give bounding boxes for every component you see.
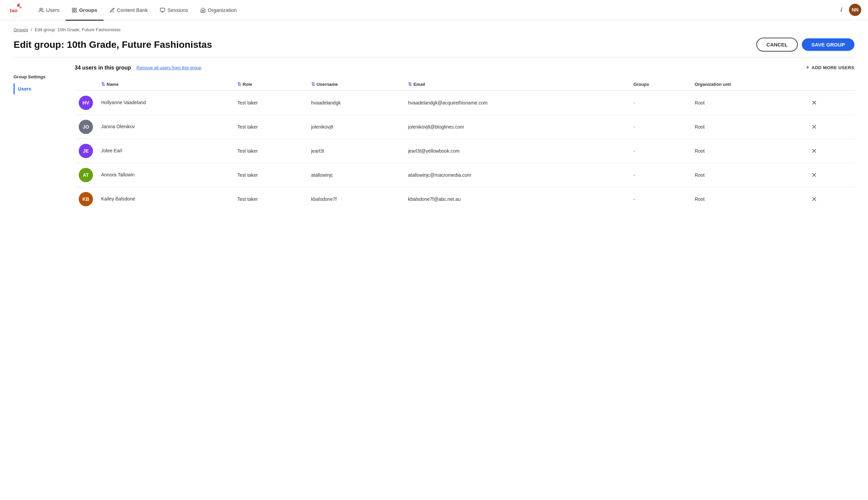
user-email-3: atallowinjc@macromedia.com xyxy=(404,163,629,187)
svg-rect-9 xyxy=(75,11,77,12)
close-icon: ✕ xyxy=(811,171,817,179)
user-avatar-4: KB xyxy=(79,192,93,206)
user-name-2: Jolee Earl xyxy=(97,139,233,163)
logo[interactable]: tao xyxy=(7,2,22,18)
user-email-0: hvaadelandgk@acquirethisname.com xyxy=(404,91,629,115)
table-head: ⇅ Name ⇅ Role ⇅ xyxy=(75,78,854,91)
remove-user-button-3[interactable]: ✕ xyxy=(809,170,820,181)
user-name-0: Hollyanne Vaadeland xyxy=(97,91,233,115)
users-count: 34 users in this group xyxy=(75,65,131,71)
sort-icon-username: ⇅ xyxy=(311,81,315,87)
nav-items: Users Groups Content Bank Sessions Organ… xyxy=(33,0,830,20)
close-icon: ✕ xyxy=(811,147,817,155)
th-name[interactable]: ⇅ Name xyxy=(97,78,233,91)
close-icon: ✕ xyxy=(811,195,817,203)
save-group-button[interactable]: SAVE GROUP xyxy=(802,38,854,51)
th-email[interactable]: ⇅ Email xyxy=(404,78,629,91)
user-email-4: kbalsdone7f@abc.net.au xyxy=(404,187,629,211)
user-avatar-cell-0: HV xyxy=(75,91,97,115)
user-remove-cell-1: ✕ xyxy=(804,115,854,139)
close-icon: ✕ xyxy=(811,123,817,130)
nav-item-content-bank[interactable]: Content Bank xyxy=(103,0,154,21)
user-username-0: hvaadelandgk xyxy=(307,91,404,115)
logo-icon: tao xyxy=(7,2,22,18)
user-org-unit-1: Root xyxy=(690,115,804,139)
groups-icon xyxy=(71,8,77,13)
user-username-1: jolenikovj8 xyxy=(307,115,404,139)
info-icon[interactable]: i xyxy=(841,7,842,14)
svg-rect-8 xyxy=(72,11,74,12)
user-remove-cell-4: ✕ xyxy=(804,187,854,211)
sort-icon-name: ⇅ xyxy=(101,81,105,87)
remove-user-button-1[interactable]: ✕ xyxy=(809,122,820,132)
users-tbody: HV Hollyanne Vaadeland Test taker hvaade… xyxy=(75,91,854,211)
remove-all-link[interactable]: Remove all users from this group xyxy=(136,65,201,70)
page-header: Edit group: 10th Grade, Future Fashionis… xyxy=(14,38,854,57)
svg-rect-7 xyxy=(75,8,77,10)
remove-user-button-2[interactable]: ✕ xyxy=(809,146,820,156)
user-org-unit-4: Root xyxy=(690,187,804,211)
add-users-button[interactable]: + ADD MORE USERS xyxy=(806,64,854,71)
sidebar-users-label: Users xyxy=(18,86,31,92)
remove-user-button-0[interactable]: ✕ xyxy=(809,97,820,108)
breadcrumb-current: Edit group: 10th Grade, Future Fashionis… xyxy=(35,27,121,32)
user-avatar-3: AT xyxy=(79,168,93,182)
sidebar: Group Settings Users xyxy=(14,64,68,211)
header-actions: CANCEL SAVE GROUP xyxy=(756,38,854,52)
org-icon xyxy=(200,8,206,13)
user-avatar-cell-3: AT xyxy=(75,163,97,187)
table-header-row: ⇅ Name ⇅ Role ⇅ xyxy=(75,78,854,91)
breadcrumb-separator: / xyxy=(31,27,32,32)
sidebar-section-title: Group Settings xyxy=(14,74,68,79)
user-groups-4: - xyxy=(630,187,690,211)
user-role-3: Test taker xyxy=(233,163,307,187)
user-org-unit-2: Root xyxy=(690,139,804,163)
user-name-3: Annora Tallowin xyxy=(97,163,233,187)
user-avatar-cell-1: JO xyxy=(75,115,97,139)
svg-point-3 xyxy=(19,7,21,9)
top-nav: tao Users Groups Content Bank Sessions O… xyxy=(0,0,868,20)
sidebar-item-users[interactable]: Users xyxy=(14,83,68,94)
th-username[interactable]: ⇅ Username xyxy=(307,78,404,91)
nav-item-users[interactable]: Users xyxy=(33,0,66,21)
user-avatar[interactable]: NN xyxy=(849,4,861,16)
user-role-0: Test taker xyxy=(233,91,307,115)
user-remove-cell-3: ✕ xyxy=(804,163,854,187)
user-avatar-0: HV xyxy=(79,96,93,110)
main-content: Groups / Edit group: 10th Grade, Future … xyxy=(0,20,868,218)
user-name-1: Janina Olenikov xyxy=(97,115,233,139)
svg-rect-10 xyxy=(160,8,165,11)
table-row: AT Annora Tallowin Test taker atallowinj… xyxy=(75,163,854,187)
svg-text:tao: tao xyxy=(10,8,18,13)
add-users-label: ADD MORE USERS xyxy=(812,65,854,70)
user-groups-2: - xyxy=(630,139,690,163)
cancel-button[interactable]: CANCEL xyxy=(756,38,798,52)
th-role[interactable]: ⇅ Role xyxy=(233,78,307,91)
user-name-4: Kailey Balsdone xyxy=(97,187,233,211)
svg-point-5 xyxy=(40,8,42,10)
users-icon xyxy=(39,8,44,13)
close-icon: ✕ xyxy=(811,99,817,106)
table-row: HV Hollyanne Vaadeland Test taker hvaade… xyxy=(75,91,854,115)
svg-point-4 xyxy=(18,3,20,5)
nav-item-organization[interactable]: Organization xyxy=(194,0,243,21)
content-layout: Group Settings Users 34 users in this gr… xyxy=(14,64,854,211)
sidebar-section: Group Settings Users xyxy=(14,71,68,98)
sessions-icon xyxy=(160,8,165,13)
users-count-section: 34 users in this group Remove all users … xyxy=(75,65,201,71)
user-role-4: Test taker xyxy=(233,187,307,211)
remove-user-button-4[interactable]: ✕ xyxy=(809,194,820,205)
user-org-unit-3: Root xyxy=(690,163,804,187)
user-avatar-cell-2: JE xyxy=(75,139,97,163)
breadcrumb-parent[interactable]: Groups xyxy=(14,27,28,32)
sort-icon-role: ⇅ xyxy=(237,81,241,87)
nav-item-groups[interactable]: Groups xyxy=(66,0,103,21)
user-email-1: jolenikovj8@bloglines.com xyxy=(404,115,629,139)
users-table: ⇅ Name ⇅ Role ⇅ xyxy=(75,78,854,211)
th-org-unit: Organization unit xyxy=(690,78,804,91)
th-actions xyxy=(804,78,854,91)
user-avatar-1: JO xyxy=(79,120,93,134)
user-username-4: kbalsdone7f xyxy=(307,187,404,211)
svg-rect-6 xyxy=(72,8,74,10)
nav-item-sessions[interactable]: Sessions xyxy=(154,0,194,21)
